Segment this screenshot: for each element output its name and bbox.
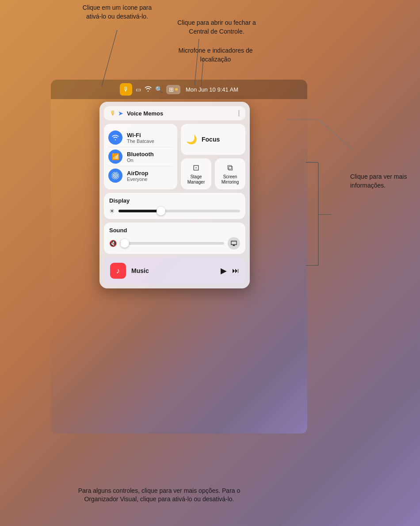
mac-screen: 🎙 ▭ 🔍 ⊞ Mon Jun 10 9:41 AM <box>51 80 307 434</box>
sound-slider-row: 🔇 <box>109 237 240 250</box>
vm-mic-icon: 🎙 <box>110 110 116 117</box>
sound-label: Sound <box>109 227 240 234</box>
menu-bar-icons: 🎙 ▭ 🔍 ⊞ <box>120 83 180 96</box>
mic-icon-button[interactable]: 🎙 <box>120 83 132 96</box>
music-controls: ▶ ⏭ <box>221 266 239 276</box>
sound-slider[interactable] <box>120 242 224 245</box>
fast-forward-button[interactable]: ⏭ <box>232 267 239 275</box>
annotation-bottom: Para alguns controles, clique para ver m… <box>71 487 248 504</box>
right-tile-col: 🌙 Focus ⊡ Stage Manager ⧉ Screen Mirrori… <box>181 124 245 189</box>
display-slider-row: ☀ <box>109 207 240 215</box>
tiles-row: Wi-Fi The Batcave 📶 Bluetooth On <box>104 124 245 189</box>
airdrop-tile-icon <box>108 169 122 183</box>
connectivity-tile-group: Wi-Fi The Batcave 📶 Bluetooth On <box>104 124 177 189</box>
wifi-name: Wi-Fi <box>127 132 154 138</box>
screen-mirroring-icon: ⧉ <box>227 163 233 173</box>
stage-manager-tile[interactable]: ⊡ Stage Manager <box>181 158 211 189</box>
airdrop-name: AirDrop <box>127 170 148 177</box>
battery-indicator: ▭ <box>136 86 141 93</box>
control-center-button[interactable]: ⊞ <box>166 85 180 94</box>
airplay-button[interactable] <box>228 237 240 250</box>
stage-manager-label: Stage Manager <box>184 174 208 185</box>
wifi-sub: The Batcave <box>127 138 154 144</box>
battery-icon: ▭ <box>136 86 141 93</box>
menu-bar-date: Mon Jun 10 9:41 AM <box>186 86 238 93</box>
wifi-icon[interactable] <box>145 86 152 93</box>
cc-icon: ⊞ <box>169 86 174 93</box>
annotation-more-info: Clique para ver mais informações. <box>350 173 412 190</box>
search-icon-menubar[interactable]: 🔍 <box>155 86 163 93</box>
vm-separator-line <box>239 110 239 116</box>
bluetooth-tile-icon: 📶 <box>108 150 122 164</box>
voice-memos-banner[interactable]: 🎙 ➤ Voice Memos <box>104 106 245 120</box>
airdrop-tile-text: AirDrop Everyone <box>127 170 148 182</box>
volume-icon: 🔇 <box>109 240 117 247</box>
bluetooth-name: Bluetooth <box>127 151 154 157</box>
airdrop-tile[interactable]: AirDrop Everyone <box>108 166 173 185</box>
stage-manager-icon: ⊡ <box>193 163 199 173</box>
menu-bar: 🎙 ▭ 🔍 ⊞ Mon Jun 10 9:41 AM <box>51 80 307 99</box>
focus-label: Focus <box>202 136 220 143</box>
music-section: ♪ Music ▶ ⏭ <box>104 257 245 284</box>
cc-dot-indicator <box>175 88 178 91</box>
annotation-mic-location: Microfone e indicadores de localização <box>172 46 259 64</box>
sound-section: Sound 🔇 <box>104 223 245 254</box>
music-note-icon: ♪ <box>116 266 120 276</box>
vm-icons: 🎙 ➤ <box>110 110 123 117</box>
screen-mirroring-tile[interactable]: ⧉ Screen Mirroring <box>215 158 245 189</box>
wifi-tile-text: Wi-Fi The Batcave <box>127 132 154 144</box>
music-app-icon: ♪ <box>110 263 126 279</box>
wifi-tile-icon <box>108 131 122 145</box>
mic-icon: 🎙 <box>123 86 129 93</box>
bluetooth-tile[interactable]: 📶 Bluetooth On <box>108 147 173 166</box>
control-center-panel: 🎙 ➤ Voice Memos <box>99 102 250 288</box>
annotation-top-left: Clique em um ícone para ativá-lo ou desa… <box>77 4 157 21</box>
svg-point-9 <box>113 173 118 178</box>
display-label: Display <box>109 197 240 204</box>
screen-mirroring-label: Screen Mirroring <box>218 174 242 185</box>
focus-icon: 🌙 <box>186 134 197 145</box>
display-slider[interactable] <box>118 210 240 212</box>
vm-nav-icon: ➤ <box>118 110 123 117</box>
bluetooth-tile-text: Bluetooth On <box>127 151 154 163</box>
play-button[interactable]: ▶ <box>221 266 227 276</box>
display-section: Display ☀ <box>104 193 245 219</box>
annotation-cc: Clique para abrir ou fechar a Central de… <box>172 19 261 36</box>
svg-point-10 <box>115 175 116 177</box>
focus-tile[interactable]: 🌙 Focus <box>181 124 245 155</box>
bottom-tiles: ⊡ Stage Manager ⧉ Screen Mirroring <box>181 158 245 189</box>
airdrop-sub: Everyone <box>127 177 148 182</box>
music-label: Music <box>131 267 215 274</box>
brightness-icon: ☀ <box>109 207 115 215</box>
bluetooth-sub: On <box>127 157 154 163</box>
vm-label: Voice Memos <box>127 110 235 117</box>
wifi-tile[interactable]: Wi-Fi The Batcave <box>108 128 173 147</box>
